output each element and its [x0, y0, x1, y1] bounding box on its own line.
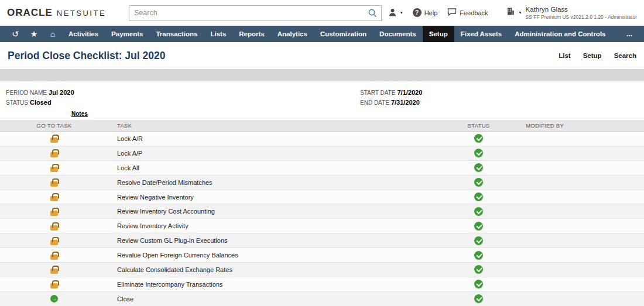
status-value: Closed	[30, 99, 52, 106]
lock-icon[interactable]	[50, 137, 58, 143]
nav-menu: ActivitiesPaymentsTransactionsListsRepor…	[62, 26, 612, 42]
nav-item-analytics[interactable]: Analytics	[271, 26, 314, 42]
task-name: Review Negative Inventory	[108, 194, 457, 201]
status-complete-icon	[474, 265, 483, 274]
column-header-status: STATUS	[457, 122, 501, 129]
status-field: STATUS Closed	[6, 98, 360, 108]
page-title: Period Close Checklist: Jul 2020	[8, 50, 165, 62]
feedback-bubble-icon	[447, 8, 457, 17]
list-link[interactable]: List	[559, 52, 570, 59]
brand-logo[interactable]: ORACLE NETSUITE	[7, 7, 129, 19]
lock-icon[interactable]	[50, 181, 58, 187]
go-to-task-cell	[0, 251, 108, 260]
summary-right: START DATE 7/1/2020 END DATE 7/31/2020	[360, 88, 422, 120]
status-cell	[457, 207, 501, 216]
feedback-button[interactable]: Feedback	[447, 8, 488, 17]
go-to-task-cell	[0, 207, 108, 216]
column-header-modified-by: MODIFIED BY	[501, 122, 644, 129]
nav-item-setup[interactable]: Setup	[423, 26, 454, 42]
go-arrow-icon[interactable]	[50, 295, 58, 302]
status-cell	[457, 149, 501, 157]
nav-item-customization[interactable]: Customization	[314, 26, 373, 42]
nav-item-activities[interactable]: Activities	[62, 26, 105, 42]
start-date-label: START DATE	[360, 90, 395, 96]
status-cell	[457, 236, 501, 245]
status-complete-icon	[474, 178, 483, 187]
task-name: Lock A/R	[108, 135, 457, 142]
table-row: Review Custom GL Plug-in Executions	[0, 233, 644, 248]
user-info: Kathryn Glass SS FF Premium US v2021.2.0…	[526, 5, 637, 20]
status-complete-icon	[474, 280, 483, 288]
lock-icon[interactable]	[50, 167, 58, 172]
table-row: Close	[0, 292, 644, 306]
status-cell	[457, 163, 501, 172]
user-menu[interactable]: ▾ Kathryn Glass SS FF Premium US v2021.2…	[498, 5, 637, 20]
lock-icon[interactable]	[50, 211, 58, 216]
header-actions: ▾ ? Help Feedback ▾ Kathryn Glass SS FF …	[389, 5, 637, 20]
nav-overflow[interactable]: ...	[618, 26, 640, 42]
search-icon[interactable]	[368, 8, 378, 18]
table-row: Review Negative Inventory	[0, 190, 644, 205]
page-title-links: List Setup Search	[559, 52, 636, 59]
status-label: STATUS	[6, 99, 28, 106]
recent-records-icon[interactable]: ↺	[6, 26, 25, 42]
table-row: Review Inventory Cost Accounting	[0, 204, 644, 219]
nav-item-reports[interactable]: Reports	[232, 26, 270, 42]
nav-item-documents[interactable]: Documents	[373, 26, 423, 42]
help-button[interactable]: ? Help	[413, 8, 438, 17]
status-complete-icon	[474, 149, 483, 157]
go-to-task-cell	[0, 178, 108, 187]
top-header: ORACLE NETSUITE ▾ ? Help Feedback	[0, 0, 644, 26]
task-name: Review Custom GL Plug-in Executions	[108, 237, 457, 244]
netsuite-logo-text: NETSUITE	[57, 9, 106, 18]
person-dropdown[interactable]: ▾	[389, 8, 403, 18]
help-icon: ?	[413, 8, 422, 17]
search-link[interactable]: Search	[614, 52, 636, 59]
lock-icon[interactable]	[50, 269, 58, 274]
global-search	[129, 5, 382, 21]
go-to-task-cell	[0, 236, 108, 245]
lock-icon[interactable]	[50, 152, 58, 157]
lock-icon[interactable]	[50, 283, 58, 288]
nav-item-administration-and-controls[interactable]: Administration and Controls	[508, 26, 612, 42]
nav-item-payments[interactable]: Payments	[105, 26, 149, 42]
status-complete-icon	[474, 236, 483, 245]
status-cell	[457, 134, 501, 143]
lock-icon[interactable]	[50, 225, 58, 231]
chevron-down-icon: ▾	[400, 10, 403, 15]
help-label: Help	[424, 9, 438, 16]
go-to-task-cell	[0, 134, 108, 143]
main-nav: ↺ ★ ⌂ ActivitiesPaymentsTransactionsList…	[0, 26, 644, 42]
end-date-field: END DATE 7/31/2020	[360, 98, 422, 108]
notes-tab-link[interactable]: Notes	[71, 111, 88, 117]
status-complete-icon	[474, 251, 483, 260]
lock-icon[interactable]	[50, 196, 58, 201]
status-complete-icon	[474, 207, 483, 216]
record-summary: PERIOD NAME Jul 2020 STATUS Closed Notes…	[0, 81, 644, 120]
setup-link[interactable]: Setup	[583, 52, 602, 59]
status-cell	[457, 222, 501, 231]
lock-icon[interactable]	[50, 240, 58, 245]
shortcuts-star-icon[interactable]: ★	[25, 26, 43, 42]
go-to-task-cell	[0, 192, 108, 201]
nav-item-fixed-assets[interactable]: Fixed Assets	[454, 26, 509, 42]
home-icon[interactable]: ⌂	[43, 26, 62, 42]
status-complete-icon	[474, 163, 483, 172]
table-row: Lock A/P	[0, 146, 644, 161]
status-complete-icon	[474, 134, 483, 143]
action-bar	[0, 69, 644, 81]
nav-item-lists[interactable]: Lists	[204, 26, 232, 42]
search-input[interactable]	[129, 5, 382, 21]
table-row: Lock All	[0, 161, 644, 176]
period-name-field: PERIOD NAME Jul 2020	[6, 88, 360, 98]
go-to-task-cell	[0, 149, 108, 157]
nav-item-transactions[interactable]: Transactions	[149, 26, 204, 42]
table-row: Calculate Consolidated Exchange Rates	[0, 263, 644, 277]
go-to-task-cell	[0, 222, 108, 231]
user-role: SS FF Premium US v2021.2.0 1.20 - Admini…	[526, 14, 637, 20]
lock-icon[interactable]	[50, 255, 58, 260]
table-row: Revalue Open Foreign Currency Balances	[0, 248, 644, 263]
task-name: Eliminate Intercompany Transactions	[108, 281, 457, 288]
status-complete-icon	[474, 192, 483, 201]
company-icon	[506, 7, 515, 18]
